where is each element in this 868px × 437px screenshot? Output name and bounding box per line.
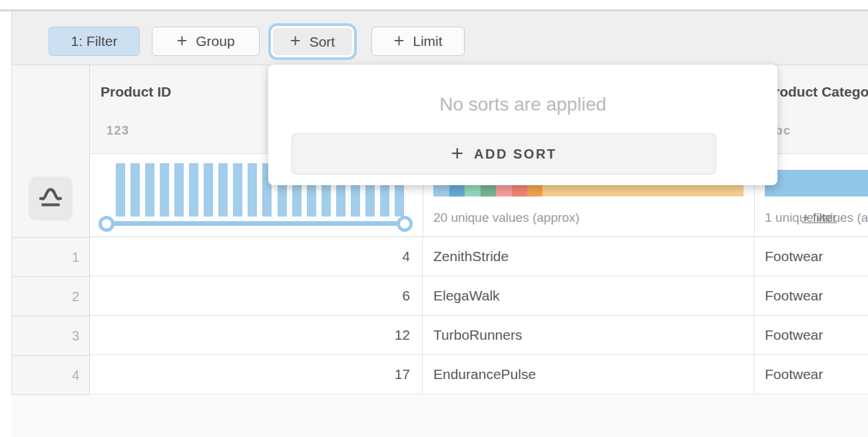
table-row: 12 TurboRunners Footwear <box>90 316 868 355</box>
plus-icon: + <box>176 32 187 50</box>
column-type-number: 123 <box>107 124 130 138</box>
histogram-bar <box>174 163 184 217</box>
limit-button[interactable]: + Limit <box>371 27 465 56</box>
histogram-bar <box>160 163 169 217</box>
distribution-curve-icon <box>37 185 65 213</box>
column-stats-toggle-button[interactable] <box>29 177 73 220</box>
add-sort-button-label: ADD SORT <box>474 147 556 162</box>
plus-icon: + <box>393 32 404 50</box>
column-header-product-id[interactable]: Product ID <box>101 84 171 100</box>
histogram-bar <box>189 163 198 217</box>
filter-button[interactable]: 1: Filter <box>49 27 140 56</box>
filter-button-label: 1: Filter <box>71 33 117 49</box>
row-number: 2 <box>12 276 90 316</box>
histogram-bar <box>204 163 213 217</box>
no-sorts-message: No sorts are applied <box>268 94 777 115</box>
cell-product-category[interactable]: Footwear <box>754 316 868 354</box>
cell-product-id[interactable]: 6 <box>90 276 423 315</box>
cell-product-name[interactable]: TurboRunners <box>423 316 754 354</box>
sort-button-label: Sort <box>310 34 335 50</box>
row-number: 3 <box>12 316 90 355</box>
unique-values-summary: 1 unique values (approx) <box>765 211 868 225</box>
row-number: 4 <box>12 355 90 394</box>
app-window: 1: Filter + Group + Sort + Limit 1 2 3 4 <box>0 0 868 437</box>
cell-product-category[interactable]: Footwear <box>754 276 868 315</box>
group-button-label: Group <box>196 33 234 49</box>
table-row: 6 ElegaWalk Footwear <box>90 276 868 316</box>
cell-product-category[interactable]: Footwear <box>754 237 868 276</box>
row-gutter: 1 2 3 4 <box>11 65 90 395</box>
range-slider-track[interactable] <box>107 221 405 226</box>
column-header-product-category[interactable]: Product Category <box>765 84 868 100</box>
histogram-bar <box>248 163 257 217</box>
limit-button-label: Limit <box>413 33 442 49</box>
query-toolbar: 1: Filter + Group + Sort + Limit <box>11 11 868 65</box>
row-number: 1 <box>12 237 90 276</box>
cell-product-id[interactable]: 4 <box>90 237 423 276</box>
add-sort-button[interactable]: + ADD SORT <box>292 133 716 175</box>
histogram-bar <box>233 163 242 217</box>
cell-product-name[interactable]: EndurancePulse <box>423 355 754 394</box>
table-row: 17 EndurancePulse Footwear <box>90 355 868 394</box>
sort-popover: No sorts are applied + ADD SORT <box>268 65 777 185</box>
histogram-bar <box>116 163 125 217</box>
plus-icon: + <box>290 32 301 50</box>
table-footer-area <box>11 395 868 437</box>
histogram-bar <box>130 163 140 217</box>
plus-icon: + <box>451 143 463 164</box>
group-button[interactable]: + Group <box>152 27 260 56</box>
histogram-bar <box>145 163 154 217</box>
histogram-bar <box>218 163 228 217</box>
cell-product-category[interactable]: Footwear <box>754 355 868 394</box>
sort-button[interactable]: + Sort <box>271 26 354 57</box>
cell-product-id[interactable]: 12 <box>90 316 423 354</box>
cell-product-id[interactable]: 17 <box>90 355 423 394</box>
unique-values-summary: 20 unique values (approx) <box>433 211 580 225</box>
cell-product-name[interactable]: ElegaWalk <box>423 276 754 315</box>
table-row: 4 ZenithStride Footwear <box>90 237 868 276</box>
product-category-bar <box>765 170 868 197</box>
cell-product-name[interactable]: ZenithStride <box>423 237 754 276</box>
range-slider-handle-left[interactable] <box>99 216 114 232</box>
range-slider-handle-right[interactable] <box>397 216 413 232</box>
